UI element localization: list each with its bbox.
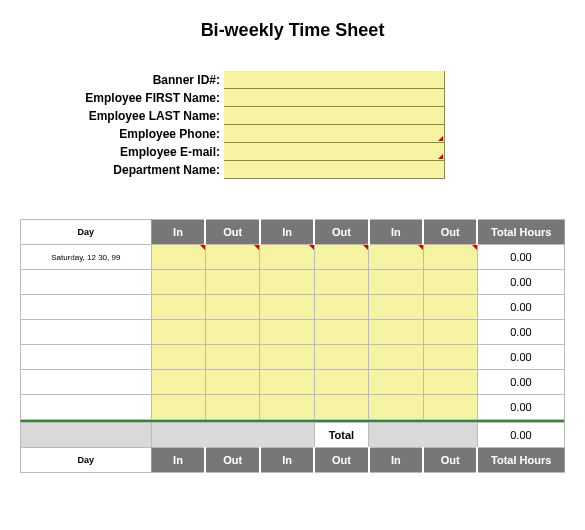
field-banner-id[interactable]	[224, 71, 445, 89]
cell-day[interactable]: Saturday, 12 30, 99	[21, 245, 152, 270]
cell-day[interactable]	[21, 345, 152, 370]
total-right-blank	[369, 423, 478, 448]
total-label: Total	[314, 423, 368, 448]
label-email: Employee E-mail:	[60, 143, 224, 161]
table-row: 0.00	[21, 395, 565, 420]
cell-in[interactable]	[151, 245, 205, 270]
col-out-2: Out	[314, 220, 368, 245]
col-in-1: In	[151, 220, 205, 245]
field-email[interactable]	[224, 143, 445, 161]
field-phone[interactable]	[224, 125, 445, 143]
cell-total: 0.00	[477, 320, 564, 345]
cell-out[interactable]	[314, 270, 368, 295]
cell-in[interactable]	[260, 345, 314, 370]
total-day-blank	[21, 423, 152, 448]
cell-in[interactable]	[260, 245, 314, 270]
cell-in[interactable]	[151, 295, 205, 320]
col-day: Day	[21, 220, 152, 245]
cell-total: 0.00	[477, 370, 564, 395]
col-in-3: In	[369, 448, 423, 473]
cell-day[interactable]	[21, 395, 152, 420]
label-banner-id: Banner ID#:	[60, 71, 224, 89]
cell-out[interactable]	[205, 320, 259, 345]
timesheet-table: Day In Out In Out In Out Total Hours Sat…	[20, 219, 565, 473]
label-phone: Employee Phone:	[60, 125, 224, 143]
cell-in[interactable]	[151, 320, 205, 345]
grand-total: 0.00	[477, 423, 564, 448]
cell-out[interactable]	[423, 345, 477, 370]
table-row: 0.00	[21, 320, 565, 345]
cell-out[interactable]	[205, 345, 259, 370]
field-last-name[interactable]	[224, 107, 445, 125]
total-left-blank	[151, 423, 314, 448]
cell-total: 0.00	[477, 395, 564, 420]
table-row: Saturday, 12 30, 99 0.00	[21, 245, 565, 270]
col-total: Total Hours	[477, 220, 564, 245]
cell-out[interactable]	[205, 395, 259, 420]
cell-out[interactable]	[205, 245, 259, 270]
cell-out[interactable]	[423, 270, 477, 295]
cell-in[interactable]	[369, 370, 423, 395]
table-footer-row: Day In Out In Out In Out Total Hours	[21, 448, 565, 473]
cell-out[interactable]	[314, 395, 368, 420]
cell-in[interactable]	[151, 270, 205, 295]
cell-total: 0.00	[477, 270, 564, 295]
cell-in[interactable]	[369, 395, 423, 420]
cell-out[interactable]	[314, 295, 368, 320]
label-first-name: Employee FIRST Name:	[60, 89, 224, 107]
cell-total: 0.00	[477, 245, 564, 270]
cell-in[interactable]	[369, 345, 423, 370]
cell-in[interactable]	[151, 395, 205, 420]
cell-day[interactable]	[21, 370, 152, 395]
field-first-name[interactable]	[224, 89, 445, 107]
cell-out[interactable]	[423, 370, 477, 395]
cell-in[interactable]	[260, 320, 314, 345]
cell-out[interactable]	[205, 370, 259, 395]
table-row: 0.00	[21, 270, 565, 295]
cell-in[interactable]	[369, 245, 423, 270]
col-out-3: Out	[423, 448, 477, 473]
cell-day[interactable]	[21, 295, 152, 320]
cell-out[interactable]	[423, 295, 477, 320]
label-last-name: Employee LAST Name:	[60, 107, 224, 125]
table-row: 0.00	[21, 345, 565, 370]
table-row: 0.00	[21, 370, 565, 395]
col-in-2: In	[260, 220, 314, 245]
cell-in[interactable]	[260, 270, 314, 295]
cell-out[interactable]	[314, 370, 368, 395]
cell-out[interactable]	[314, 320, 368, 345]
table-header-row: Day In Out In Out In Out Total Hours	[21, 220, 565, 245]
col-out-1: Out	[205, 448, 259, 473]
employee-info: Banner ID#: Employee FIRST Name: Employe…	[60, 71, 565, 179]
cell-in[interactable]	[369, 295, 423, 320]
field-dept[interactable]	[224, 161, 445, 179]
cell-in[interactable]	[369, 270, 423, 295]
cell-out[interactable]	[423, 395, 477, 420]
cell-out[interactable]	[205, 270, 259, 295]
cell-in[interactable]	[369, 320, 423, 345]
cell-out[interactable]	[314, 245, 368, 270]
cell-out[interactable]	[423, 245, 477, 270]
col-in-1: In	[151, 448, 205, 473]
cell-out[interactable]	[314, 345, 368, 370]
total-row: Total 0.00	[21, 423, 565, 448]
cell-out[interactable]	[423, 320, 477, 345]
cell-in[interactable]	[151, 345, 205, 370]
cell-out[interactable]	[205, 295, 259, 320]
col-total: Total Hours	[477, 448, 564, 473]
col-day: Day	[21, 448, 152, 473]
cell-in[interactable]	[260, 295, 314, 320]
cell-day[interactable]	[21, 270, 152, 295]
col-in-2: In	[260, 448, 314, 473]
cell-in[interactable]	[260, 395, 314, 420]
col-out-2: Out	[314, 448, 368, 473]
cell-in[interactable]	[151, 370, 205, 395]
cell-total: 0.00	[477, 345, 564, 370]
col-in-3: In	[369, 220, 423, 245]
label-dept: Department Name:	[60, 161, 224, 179]
page-title: Bi-weekly Time Sheet	[20, 20, 565, 41]
cell-in[interactable]	[260, 370, 314, 395]
cell-day[interactable]	[21, 320, 152, 345]
col-out-1: Out	[205, 220, 259, 245]
col-out-3: Out	[423, 220, 477, 245]
